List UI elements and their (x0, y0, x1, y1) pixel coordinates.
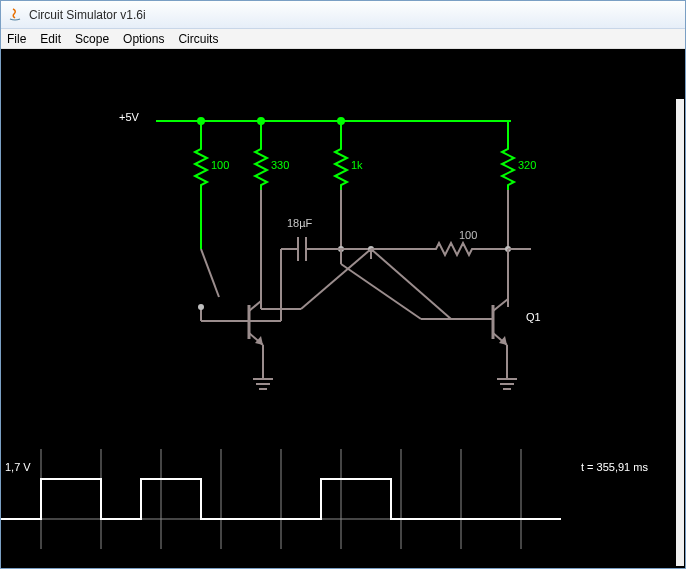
resistor-r2-label: 330 (271, 159, 289, 171)
capacitor-label: 18µF (287, 217, 312, 229)
svg-line-54 (493, 299, 508, 311)
menu-edit[interactable]: Edit (40, 32, 61, 46)
menu-options[interactable]: Options (123, 32, 164, 46)
app-window: Circuit Simulator v1.6i File Edit Scope … (0, 0, 686, 569)
window-title: Circuit Simulator v1.6i (29, 8, 146, 22)
scope-voltage-label: 1,7 V (5, 461, 31, 473)
scope-time-label: t = 355,91 ms (581, 461, 648, 473)
circuit-canvas[interactable]: +5V 100 330 1k 320 100 18µF Q1 1,7 V t =… (1, 49, 685, 568)
svg-line-33 (301, 249, 371, 309)
svg-marker-57 (499, 336, 507, 345)
resistor-r5-label: 100 (459, 229, 477, 241)
menubar: File Edit Scope Options Circuits (1, 29, 685, 49)
resistor-r3-label: 1k (351, 159, 363, 171)
resistor-r1-label: 100 (211, 159, 229, 171)
svg-point-36 (198, 304, 204, 310)
voltage-source-label: +5V (119, 111, 139, 123)
menu-circuits[interactable]: Circuits (178, 32, 218, 46)
titlebar[interactable]: Circuit Simulator v1.6i (1, 1, 685, 29)
menu-file[interactable]: File (7, 32, 26, 46)
svg-line-32 (341, 264, 421, 319)
svg-line-34 (201, 249, 219, 297)
circuit-svg (1, 49, 685, 568)
svg-line-24 (371, 249, 451, 319)
transistor-q1-label: Q1 (526, 311, 541, 323)
right-scroll-gutter[interactable] (676, 99, 684, 566)
menu-scope[interactable]: Scope (75, 32, 109, 46)
svg-line-40 (249, 301, 261, 311)
java-icon (7, 7, 23, 23)
resistor-r4-label: 320 (518, 159, 536, 171)
svg-marker-43 (255, 336, 263, 345)
